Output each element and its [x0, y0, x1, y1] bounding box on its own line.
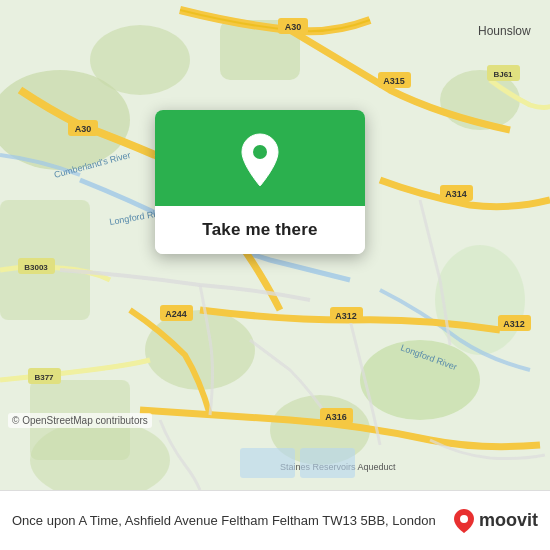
svg-point-2	[90, 25, 190, 95]
moovit-brand-text: moovit	[479, 510, 538, 531]
svg-text:B3003: B3003	[24, 263, 48, 272]
svg-text:A244: A244	[165, 309, 187, 319]
svg-text:A315: A315	[383, 76, 405, 86]
svg-text:A30: A30	[285, 22, 302, 32]
svg-rect-39	[240, 448, 295, 478]
svg-text:A312: A312	[335, 311, 357, 321]
location-pin-icon	[236, 132, 284, 188]
svg-text:BJ61: BJ61	[493, 70, 513, 79]
map-attribution: © OpenStreetMap contributors	[8, 413, 152, 428]
svg-point-41	[253, 145, 267, 159]
address-text: Once upon A Time, Ashfield Avenue Feltha…	[12, 513, 445, 528]
moovit-pin-icon	[453, 508, 475, 534]
svg-point-42	[460, 515, 468, 523]
cta-green-header	[155, 110, 365, 206]
svg-text:A30: A30	[75, 124, 92, 134]
svg-text:A314: A314	[445, 189, 467, 199]
moovit-logo: moovit	[453, 508, 538, 534]
take-me-there-button[interactable]: Take me there	[155, 206, 365, 254]
svg-text:A312: A312	[503, 319, 525, 329]
cta-card: Take me there	[155, 110, 365, 254]
footer-bar: Once upon A Time, Ashfield Avenue Feltha…	[0, 490, 550, 550]
map-view: A30 A30 A315 A314 A312 A316 A244 B3003 B…	[0, 0, 550, 490]
svg-text:Hounslow: Hounslow	[478, 24, 531, 38]
svg-text:A316: A316	[325, 412, 347, 422]
svg-rect-40	[300, 448, 355, 478]
svg-text:B377: B377	[34, 373, 54, 382]
